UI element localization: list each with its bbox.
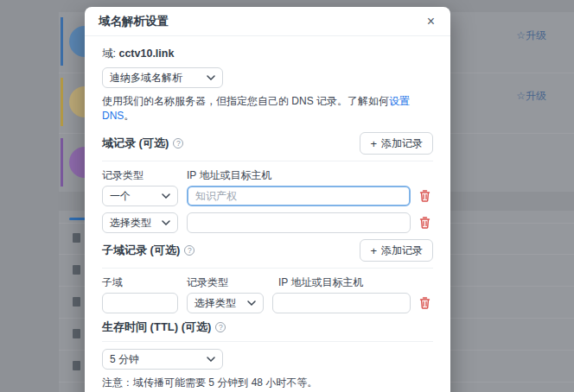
subdomain-record-row: 选择类型 [102,293,433,313]
dns-settings-dialog: 域名解析设置 × 域: cctv10.link 迪纳多域名解析 使用我们的名称服… [85,7,450,392]
ttl-select[interactable]: 5 分钟 [102,349,223,370]
subdomain-records-heading: 子域记录 (可选) ? [102,243,195,258]
chevron-down-icon [207,75,215,80]
domain-value: cctv10.link [118,47,174,60]
help-icon[interactable]: ? [215,322,226,332]
star-icon: ☆ [516,29,526,41]
ttl-heading: 生存时间 (TTL) (可选) ? [102,319,226,335]
add-domain-record-button[interactable]: + 添加记录 [360,132,433,155]
table-row-label [73,265,80,275]
close-icon[interactable]: × [425,15,437,28]
record-target-input[interactable] [272,293,411,313]
card-accent-bar-purple [61,138,63,187]
column-record-type: 记录类型 [102,168,178,183]
record-target-input[interactable] [187,212,411,233]
chevron-down-icon [247,300,256,306]
propagation-note: 注意：域传播可能需要 5 分钟到 48 小时不等。 [102,376,433,390]
record-type-select[interactable]: 一个 [102,186,178,206]
resolver-select-value: 迪纳多域名解析 [110,71,182,85]
resolver-select[interactable]: 迪纳多域名解析 [102,67,223,88]
record-type-select[interactable]: 选择类型 [187,293,264,313]
add-subdomain-record-button[interactable]: + 添加记录 [360,239,433,262]
domain-records-heading: 域记录 (可选) ? [102,136,183,151]
upgrade-link[interactable]: ☆升级 [516,89,546,104]
help-icon[interactable]: ? [184,245,195,256]
domain-name-line: 域: cctv10.link [102,47,433,61]
domain-label: 域: [102,47,116,60]
card-accent-bar-yellow [61,78,63,126]
dialog-title: 域名解析设置 [99,14,169,29]
divider [102,341,433,342]
ttl-header: 生存时间 (TTL) (可选) ? [102,319,433,335]
record-target-input[interactable] [187,186,411,206]
column-subdomain: 子域 [102,275,178,290]
table-row-label [73,233,80,243]
plus-icon: + [370,244,377,257]
help-icon[interactable]: ? [173,138,183,149]
delete-record-icon[interactable] [419,297,433,309]
nameserver-description: 使用我们的名称服务器，但指定您自己的 DNS 记录。了解如何设置 DNS。 [102,94,433,123]
subdomain-records-header: 子域记录 (可选) ? + 添加记录 [102,239,433,262]
star-icon: ☆ [516,90,526,102]
divider [102,161,433,161]
plus-icon: + [370,137,377,150]
chevron-down-icon [162,193,170,199]
card-accent-bar-blue [61,17,63,66]
record-type-select[interactable]: 选择类型 [102,212,178,233]
column-ip-target: IP 地址或目标主机 [278,275,433,290]
table-row-label [73,329,80,338]
table-row-label [73,297,80,307]
table-row-label [73,361,80,370]
chevron-down-icon [207,357,215,362]
domain-records-column-headers: 记录类型 IP 地址或目标主机 [102,168,433,183]
subdomain-input[interactable] [102,293,178,313]
dialog-header: 域名解析设置 × [85,7,450,36]
dialog-body: 域: cctv10.link 迪纳多域名解析 使用我们的名称服务器，但指定您自己… [85,36,450,392]
column-record-type: 记录类型 [187,275,270,290]
domain-record-row: 一个 [102,186,433,206]
delete-record-icon[interactable] [419,217,433,229]
domain-records-header: 域记录 (可选) ? + 添加记录 [102,132,433,155]
divider [102,268,433,269]
delete-record-icon[interactable] [419,190,433,202]
subdomain-records-column-headers: 子域 记录类型 IP 地址或目标主机 [102,275,433,290]
domain-record-row: 选择类型 [102,212,433,233]
chevron-down-icon [162,220,170,225]
ttl-select-value: 5 分钟 [110,352,139,367]
upgrade-link[interactable]: ☆升级 [516,28,546,43]
column-ip-target: IP 地址或目标主机 [187,168,433,183]
